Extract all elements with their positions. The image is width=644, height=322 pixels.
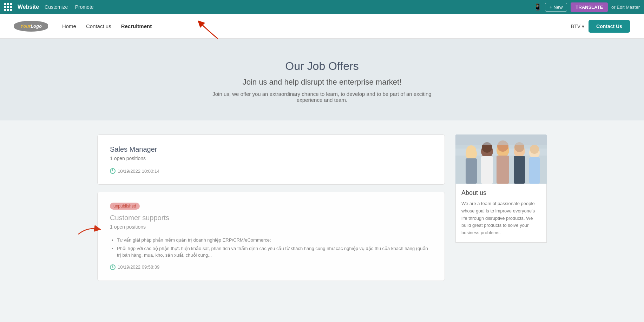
main-nav: Home Contact us Recruitment [62, 23, 571, 29]
svg-rect-3 [466, 158, 477, 184]
svg-rect-15 [529, 157, 540, 184]
lang-label: BTV [571, 24, 580, 29]
hero-description: Join us, we offer you an extraordinary c… [199, 91, 445, 103]
admin-nav-customize[interactable]: Customize [45, 4, 68, 10]
job-date-sales: 10/19/2022 10:00:14 [110, 168, 432, 174]
svg-rect-12 [514, 156, 525, 184]
admin-bar-left: Website Customize Promote [4, 3, 527, 11]
svg-point-4 [466, 145, 476, 155]
edit-master-button[interactable]: or Edit Master [611, 5, 640, 10]
website-nav: YourLogo Home Contact us Recruitment BTV… [0, 14, 644, 39]
job-card-customer-supports[interactable]: unpublished Customer supports 1 open pos… [97, 192, 445, 281]
lang-chevron: ▾ [582, 24, 584, 29]
new-button[interactable]: + New [545, 3, 567, 12]
job-date-text-customer: 10/19/2022 09:58:39 [118, 264, 159, 270]
nav-right: BTV ▾ Contact Us [571, 20, 630, 33]
admin-bar: Website Customize Promote 📱 + New TRANSL… [0, 0, 644, 14]
translate-button[interactable]: TRANSLATE [571, 2, 608, 12]
svg-point-16 [530, 145, 539, 154]
contact-us-button[interactable]: Contact Us [589, 20, 630, 33]
nav-contact-us[interactable]: Contact us [86, 23, 111, 29]
svg-rect-6 [481, 156, 493, 184]
job-listings: Sales Manager 1 open positions 10/19/202… [97, 134, 445, 281]
sidebar: About us We are a team of passionate peo… [455, 134, 547, 281]
team-image [455, 134, 547, 184]
customer-card-arrow [77, 220, 101, 238]
about-us-box: About us We are a team of passionate peo… [455, 184, 547, 243]
clock-icon-customer [110, 264, 116, 270]
hero-title: Our Job Offers [7, 60, 637, 73]
about-us-title: About us [461, 189, 541, 197]
hero-subtitle: Join us and help disrupt the enterprise … [7, 78, 637, 87]
job-bullets-customer: Tư vấn giải pháp phần mềm quản trị doanh… [110, 237, 432, 259]
job-title-sales: Sales Manager [110, 145, 432, 153]
admin-app-title[interactable]: Website [18, 4, 39, 10]
lang-selector[interactable]: BTV ▾ [571, 24, 584, 29]
job-date-customer: 10/19/2022 09:58:39 [110, 264, 432, 270]
admin-nav: Customize Promote [45, 4, 99, 10]
logo: YourLogo [14, 21, 48, 32]
svg-rect-9 [497, 156, 509, 184]
about-us-text: We are a team of passionate people whose… [461, 200, 541, 237]
nav-recruitment[interactable]: Recruitment [121, 23, 152, 29]
bullet-1: Tư vấn giải pháp phần mềm quản trị doanh… [117, 237, 432, 244]
grid-icon[interactable] [4, 3, 12, 11]
unpublished-badge: unpublished [110, 203, 140, 210]
admin-nav-promote[interactable]: Promote [75, 4, 94, 10]
job-title-customer: Customer supports [110, 214, 432, 222]
bullet-2: Phối hợp với các bộ phận thực hiện khảo … [117, 245, 432, 259]
mobile-icon[interactable]: 📱 [534, 3, 541, 11]
job-date-text-sales: 10/19/2022 10:00:14 [118, 169, 159, 174]
svg-rect-17 [455, 134, 547, 145]
job-positions-sales: 1 open positions [110, 156, 432, 161]
nav-home[interactable]: Home [62, 23, 76, 29]
hero-section: Our Job Offers Join us and help disrupt … [0, 39, 644, 120]
clock-icon-sales [110, 168, 116, 174]
logo-area[interactable]: YourLogo [14, 21, 48, 32]
job-positions-customer: 1 open positions [110, 224, 432, 230]
admin-bar-right: 📱 + New TRANSLATE or Edit Master [534, 2, 640, 12]
job-card-sales-manager[interactable]: Sales Manager 1 open positions 10/19/202… [97, 134, 445, 185]
main-content: Sales Manager 1 open positions 10/19/202… [76, 120, 568, 295]
